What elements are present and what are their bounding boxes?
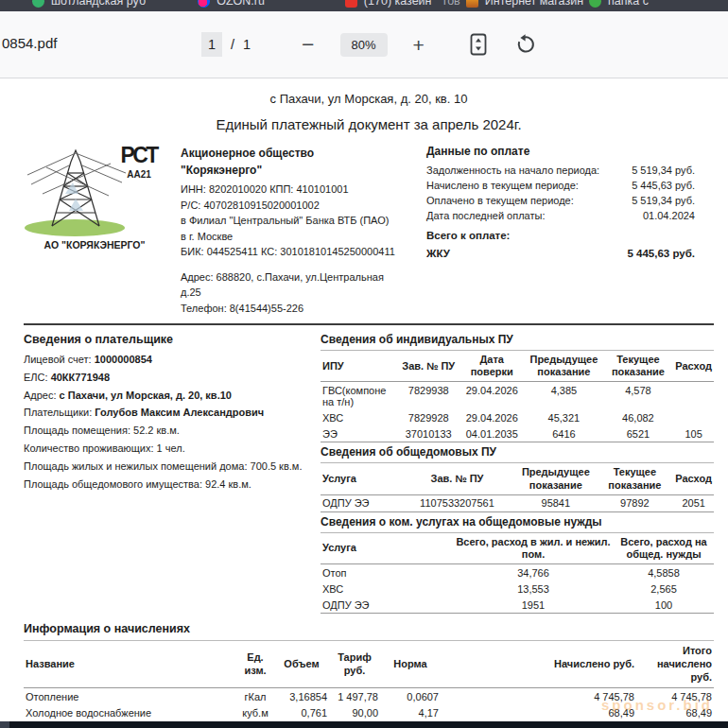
zoom-out-button[interactable]: − [302, 34, 314, 56]
table-cell: 2,565 [614, 581, 714, 597]
payer-row: Адрес: с Пахачи, ул Морская, д. 20, кв.1… [24, 389, 309, 402]
bookmark-item[interactable]: OZON.ru [198, 0, 265, 8]
bookmark-label: Интернет магазин [485, 0, 583, 8]
table-cell: 37010133 [398, 425, 459, 442]
table-cell: 0,0607 [380, 688, 441, 705]
payment-total-row: ЖКУ5 445,63 руб. [426, 248, 695, 259]
rst-cert-mark: РСТ АА21 [114, 145, 164, 180]
fit-page-button[interactable] [468, 32, 489, 57]
column-header: Ед. изм. [236, 641, 274, 688]
table-cell: ОДПУ ЭЭ [321, 494, 399, 511]
pdf-filename: 0854.pdf [2, 35, 57, 51]
rotate-button[interactable] [514, 33, 537, 56]
table-cell: 90,00 [329, 704, 380, 720]
column-header: Услуга [321, 463, 399, 494]
payer-row: Количество проживающих: 1 чел. [24, 442, 309, 455]
table-cell: Отопление [24, 688, 236, 705]
table-cell: 6521 [603, 425, 674, 442]
fit-page-icon [468, 32, 489, 57]
column-header: Всего, расход в жил. и нежил. пом. [453, 533, 614, 564]
bookmark-item[interactable]: Интернет магазин [466, 0, 583, 8]
table-header-row: УслугаЗав. № ПУПредыдущее показаниеТекущ… [321, 463, 714, 494]
table-cell: Отоп [321, 564, 453, 581]
payment-data-block: Данные по оплате Задолженность на начало… [426, 145, 714, 316]
company-logo: РСТ АА21 АО "КОРЯКЭНЕРГО" [24, 145, 167, 260]
company-inn-line: ИНН: 8202010020 КПП: 410101001 [181, 182, 396, 198]
page-separator: / [231, 37, 234, 52]
table-header-row: ИПУЗав. № ПУДата поверкиПредыдущее показ… [321, 351, 714, 382]
table-cell: 4,385 [525, 382, 602, 410]
table-row: ОДПУ ЭЭ1951100 [321, 597, 714, 614]
table-cell: 1 497,78 [329, 688, 380, 705]
table-cell [673, 409, 714, 425]
page-number-input[interactable]: 1 [201, 32, 222, 57]
table-cell: 29.04.2026 [459, 409, 525, 425]
payment-row: Задолженность на начало периода:5 519,34… [426, 165, 695, 176]
company-name: Акционерное общество "Корякэнерго" [181, 145, 396, 179]
bookmark-item[interactable]: Тов [442, 0, 460, 8]
column-header: Предыдущее показание [515, 463, 596, 494]
bookmark-label: Тов [442, 0, 460, 8]
table-cell: 6416 [525, 425, 602, 442]
table-cell: 04.01.2035 [459, 425, 525, 442]
table-cell: 1107533207561 [399, 494, 515, 511]
building-meters-table: УслугаЗав. № ПУПредыдущее показаниеТекущ… [321, 463, 714, 511]
bookmark-item[interactable]: (170) казеин [345, 0, 432, 8]
folder-green-icon [589, 0, 601, 8]
bookmark-item[interactable]: папка с [589, 0, 649, 8]
table-cell: 7829938 [398, 382, 459, 410]
company-bank-line: в Филиал "Центральный" Банка ВТБ (ПАО) в… [181, 213, 396, 244]
bookmark-label: папка с [608, 0, 649, 8]
table-cell: 0,761 [274, 704, 329, 720]
table-cell: ГВС(компоне на т/н) [321, 382, 398, 410]
payment-row: Оплачено в текущем периоде:5 519,34 руб. [426, 195, 695, 206]
table-cell: 2051 [673, 494, 714, 511]
charges-section-title: Информация о начислениях [24, 622, 714, 641]
table-header-row: УслугаВсего, расход в жил. и нежил. пом.… [321, 533, 714, 564]
globe-green-icon [32, 0, 44, 8]
payer-row: Площадь жилых и нежилых помещений дома: … [24, 459, 309, 473]
column-header: Начислено руб. [441, 641, 636, 688]
payment-row: Начислено в текущем периоде:5 445,63 руб… [426, 180, 695, 191]
table-cell [673, 382, 714, 410]
table-row: ХВС13,5532,565 [321, 581, 714, 597]
taskbar-edge[interactable] [0, 721, 728, 728]
table-cell: ХВС [321, 581, 453, 597]
bookmarks-bar: шотландская руб OZON.ru (170) казеин Тов… [0, 0, 728, 11]
communal-needs-table: УслугаВсего, расход в жил. и нежил. пом.… [321, 533, 714, 614]
company-address: Адрес: 688820, с.Пахачи, ул.Центральная … [181, 269, 396, 301]
document-title: Единый платежный документ за апрель 2024… [24, 116, 714, 132]
zoom-in-button[interactable]: + [413, 35, 425, 55]
table-cell: Холодное водоснабжение [24, 704, 236, 720]
payer-row: Лицевой счет: 1000000854 [24, 353, 309, 366]
table-cell: 34,766 [453, 564, 614, 581]
shop-orange-icon [466, 0, 478, 8]
table-cell: 45,321 [525, 409, 602, 425]
column-header: Услуга [321, 533, 453, 564]
column-header: Объем [274, 641, 329, 688]
payer-row: Площадь помещения: 52.2 кв.м. [24, 424, 309, 437]
column-header: ИПУ [321, 351, 398, 382]
payer-row: Площадь общедомового имущества: 92.4 кв.… [24, 477, 309, 491]
table-cell: 105 [673, 425, 714, 442]
table-row: ЭЭ3701013304.01.203564166521105 [321, 425, 714, 442]
bookmark-item[interactable]: шотландская руб [32, 0, 146, 8]
table-cell: куб.м [236, 704, 274, 720]
zoom-level: 80% [340, 33, 388, 57]
table-cell: 7829928 [398, 409, 459, 425]
table-cell: ХВС [321, 409, 398, 425]
payer-info-block: Сведения о плательщике Лицевой счет: 100… [24, 330, 309, 614]
table-cell: ЭЭ [321, 425, 398, 442]
youtube-red-icon [345, 0, 357, 8]
table-cell: гКал [236, 688, 274, 705]
table-cell: 13,553 [453, 581, 614, 597]
table-cell: 1951 [453, 597, 614, 614]
individual-meters-table: ИПУЗав. № ПУДата поверкиПредыдущее показ… [321, 351, 714, 442]
column-header: Зав. № ПУ [398, 351, 459, 382]
payment-title: Данные по оплате [426, 145, 714, 158]
payer-row: Плательщики: Голубов Максим Александрови… [24, 406, 309, 419]
column-header: Всего, расход на общед. нужды [614, 533, 714, 564]
column-header: Расход [673, 463, 714, 494]
table-row: ХВС782992829.04.202645,32146,082 [321, 409, 714, 425]
column-header: Норма [380, 641, 441, 688]
